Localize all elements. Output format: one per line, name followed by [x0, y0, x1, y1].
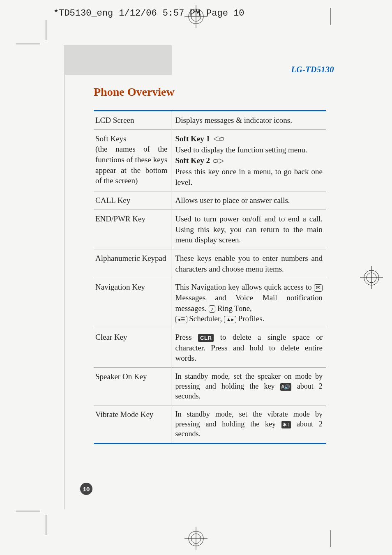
- row-label: Speaker On Key: [94, 367, 171, 405]
- table-row: Clear Key Press CLR to delete a single s…: [94, 328, 326, 367]
- envelope-icon: ✉: [314, 284, 323, 292]
- page-tab-block: [65, 45, 172, 75]
- row-label: Soft Keys (the names of the functions of…: [94, 129, 171, 191]
- row-desc: Displays messages & indicator icons.: [171, 111, 326, 130]
- section-title: Phone Overview: [94, 85, 175, 99]
- profiles-icon: ▲▸: [224, 316, 236, 323]
- nav-scheduler: Scheduler,: [187, 314, 224, 323]
- ringtone-icon: ♪: [209, 305, 216, 313]
- row-desc: These keys enable you to enter numbers a…: [171, 249, 326, 278]
- table-row: Alphanumeric Keypad These keys enable yo…: [94, 249, 326, 278]
- softkey2-label: Soft Key 2: [175, 156, 210, 165]
- page-number-badge: 10: [80, 483, 92, 495]
- overview-table: LCD Screen Displays messages & indicator…: [94, 110, 326, 444]
- table-row: END/PWR Key Used to turn power on/off an…: [94, 210, 326, 249]
- row-label: Navigation Key: [94, 278, 171, 328]
- crop-mark-icon: [322, 8, 339, 25]
- table-row: CALL Key Allows user to place or answer …: [94, 191, 326, 210]
- model-label: LG-TD5130: [291, 65, 334, 74]
- row-label: END/PWR Key: [94, 210, 171, 249]
- crop-mark-icon: [45, 515, 47, 535]
- table-row: Speaker On Key In standby mode, set the …: [94, 367, 326, 405]
- clr-key-icon: CLR: [198, 334, 214, 342]
- softkey2-desc: Press this key once in a menu, to go bac…: [175, 167, 323, 187]
- row-label: Clear Key: [94, 328, 171, 367]
- scheduler-icon: ◂☰: [175, 316, 187, 323]
- page-body: LG-TD5130 Phone Overview LCD Screen Disp…: [64, 45, 355, 509]
- crop-page: Page 10: [206, 8, 244, 18]
- crop-header: *TD5130_eng 1/12/06 5:57 PM Page 10: [53, 8, 244, 18]
- svg-point-20: [217, 160, 218, 161]
- softkey-left-icon: [213, 134, 224, 145]
- registration-mark-icon: [184, 526, 208, 551]
- crop-mark-icon: [322, 530, 339, 547]
- table-row: Soft Keys (the names of the functions of…: [94, 129, 326, 191]
- table-row: LCD Screen Displays messages & indicator…: [94, 111, 326, 130]
- row-label: Vibrate Mode Key: [94, 405, 171, 443]
- clear-pre: Press: [175, 333, 198, 341]
- row-desc: Allows user to place or answer calls.: [171, 191, 326, 210]
- star-key-icon: ✱ ⁞: [281, 421, 291, 428]
- crop-mark-icon: [45, 20, 47, 40]
- softkey-right-icon: [213, 156, 224, 167]
- table-row: Vibrate Mode Key In standby mode, set th…: [94, 405, 326, 443]
- row-desc: This Navigation key allows quick access …: [171, 278, 326, 328]
- row-label: CALL Key: [94, 191, 171, 210]
- crop-filename: *TD5130_eng: [53, 8, 113, 18]
- nav-intro: This Navigation key allows quick access …: [175, 283, 312, 291]
- nav-profiles: Profiles.: [236, 314, 265, 323]
- softkey1-desc: Used to display the function setting men…: [175, 145, 307, 154]
- registration-mark-icon: [359, 265, 384, 290]
- registration-mark-icon: [184, 4, 208, 29]
- row-label: Alphanumeric Keypad: [94, 249, 171, 278]
- crop-mark-icon: [16, 43, 40, 45]
- hash-key-icon: #🔊: [280, 383, 292, 391]
- nav-ringtone: Ring Tone,: [215, 304, 252, 313]
- row-desc: Press CLR to delete a single space or ch…: [171, 328, 326, 367]
- table-row: Navigation Key This Navigation key allow…: [94, 278, 326, 328]
- row-desc: In standby mode, set the speaker on mode…: [171, 367, 326, 405]
- row-desc: Soft Key 1 Used to display the function …: [171, 129, 326, 191]
- softkey1-label: Soft Key 1: [175, 134, 210, 143]
- crop-date: 1/12/06: [119, 8, 157, 18]
- row-desc: In standby mode, set the vibrate mode by…: [171, 405, 326, 443]
- row-desc: Used to turn power on/off and to end a c…: [171, 210, 326, 249]
- crop-mark-icon: [16, 510, 40, 512]
- svg-point-19: [219, 138, 220, 140]
- row-label: LCD Screen: [94, 111, 171, 130]
